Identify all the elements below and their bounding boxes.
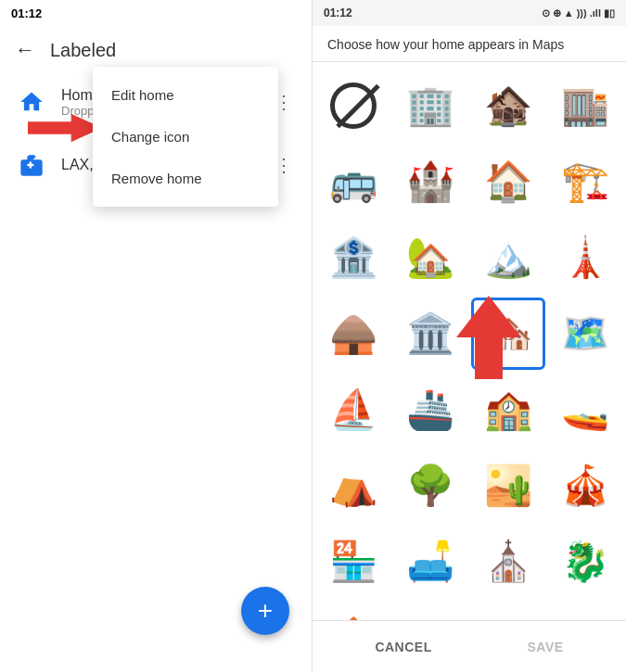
icons-grid: 🏢 🏚️ 🏬 🚌 🏰 🏠 🏗️ 🏦 🏡 🏔️ xyxy=(313,62,626,620)
context-change-icon[interactable]: Change icon xyxy=(93,116,278,158)
work-icon xyxy=(15,148,48,182)
icon-crane[interactable]: 🏗️ xyxy=(549,146,623,218)
icon-dome-church[interactable]: ⛪ xyxy=(471,526,545,598)
right-panel: 01:12 ⊙ ⊕ ▲ ))) .ıll ▮▯ Choose how your … xyxy=(313,0,626,672)
context-edit-home[interactable]: Edit home xyxy=(93,74,278,116)
icon-building-red[interactable]: 🏢 xyxy=(394,70,468,142)
status-bar-left: 01:12 xyxy=(0,0,312,26)
icon-pirate-ship[interactable]: ⛵ xyxy=(316,374,390,446)
icon-dragon[interactable]: 🐉 xyxy=(549,526,623,598)
icon-purple-building[interactable]: 🏛️ xyxy=(394,298,468,370)
save-button[interactable]: SAVE xyxy=(505,632,586,662)
left-panel: 01:12 ← Labeled Home Dropped Pin ⋮ Edit … xyxy=(0,0,313,672)
icon-igloo[interactable]: 🏔️ xyxy=(471,222,545,294)
icon-camper-van[interactable]: 🚌 xyxy=(316,146,390,218)
icon-barn[interactable]: 🏚️ xyxy=(471,70,545,142)
status-bar-right: 01:12 ⊙ ⊕ ▲ ))) .ıll ▮▯ xyxy=(313,0,626,26)
icon-building-orange[interactable]: 🏬 xyxy=(549,70,623,142)
icon-castle[interactable]: 🏰 xyxy=(394,146,468,218)
icon-office-blue[interactable]: 🏦 xyxy=(316,222,390,294)
context-menu: Edit home Change icon Remove home xyxy=(93,67,278,207)
page-title: Labeled xyxy=(50,40,116,61)
bottom-bar: CANCEL SAVE xyxy=(313,620,626,672)
status-icons-right: ⊙ ⊕ ▲ ))) .ıll ▮▯ xyxy=(542,7,615,19)
icon-log-cabin[interactable]: 🛖 xyxy=(316,298,390,370)
context-remove-home[interactable]: Remove home xyxy=(93,158,278,199)
cancel-button[interactable]: CANCEL xyxy=(352,632,454,662)
icon-pagoda[interactable]: 🗺️ xyxy=(549,298,623,370)
icon-red-house[interactable]: 🏠 xyxy=(471,146,545,218)
back-button[interactable]: ← xyxy=(15,38,35,62)
fab-add-button[interactable]: + xyxy=(241,587,289,635)
icon-pink-storefront[interactable]: 🏪 xyxy=(316,526,390,598)
icon-treehouse[interactable]: 🌳 xyxy=(394,450,468,522)
right-header: Choose how your home appears in Maps xyxy=(313,26,626,62)
icon-teepee[interactable]: ⛺ xyxy=(316,450,390,522)
icon-lighthouse[interactable]: 🗼 xyxy=(549,222,623,294)
icon-desert-house[interactable]: 🏜️ xyxy=(471,450,545,522)
fab-plus-icon: + xyxy=(258,598,273,624)
icon-green-house[interactable]: 🏠 xyxy=(316,602,390,620)
icon-red-chimney[interactable]: 🏡 xyxy=(394,222,468,294)
icon-teal-house[interactable]: 🏘️ xyxy=(471,298,545,370)
icon-submarine[interactable]: 🚤 xyxy=(549,374,623,446)
icon-sailboat[interactable]: 🚢 xyxy=(394,374,468,446)
icon-pink-shop[interactable]: 🎪 xyxy=(549,450,623,522)
icon-blue-couch[interactable]: 🛋️ xyxy=(394,526,468,598)
time-right: 01:12 xyxy=(324,6,352,19)
no-symbol-icon xyxy=(330,82,377,129)
icon-no-symbol[interactable] xyxy=(316,70,390,142)
icon-school-house[interactable]: 🏫 xyxy=(471,374,545,446)
time-left: 01:12 xyxy=(11,6,42,20)
